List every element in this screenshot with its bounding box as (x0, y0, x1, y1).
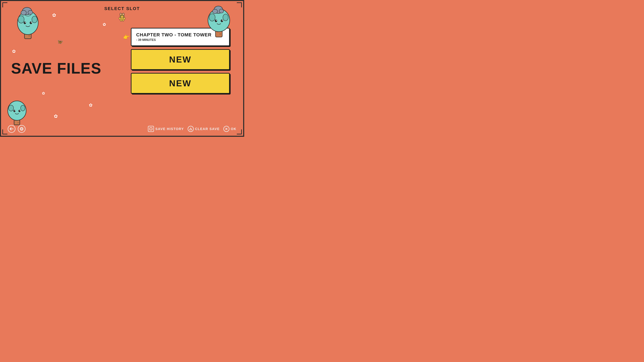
svg-point-37 (216, 20, 217, 21)
corner-tr (237, 2, 242, 7)
butterfly-decoration: 🦋 (58, 39, 63, 44)
circle-button[interactable] (18, 125, 26, 133)
svg-point-49 (18, 110, 20, 112)
slot-pointer-icon: 👉 (123, 34, 130, 40)
svg-point-6 (121, 15, 122, 16)
svg-point-4 (120, 13, 121, 15)
svg-point-36 (221, 19, 223, 22)
bottom-bar: SAVE HISTORY CLEAR SAVE (1, 125, 243, 133)
svg-point-24 (31, 22, 32, 23)
svg-point-15 (120, 19, 122, 21)
svg-point-5 (123, 13, 124, 15)
svg-point-51 (20, 110, 20, 111)
svg-point-52 (8, 105, 14, 111)
svg-point-7 (122, 15, 123, 16)
corner-tl (2, 2, 8, 7)
deco-snowflake-2: ✿ (103, 22, 106, 27)
svg-point-22 (30, 21, 32, 24)
corner-br (237, 129, 242, 134)
svg-point-48 (14, 110, 16, 112)
svg-rect-56 (150, 128, 152, 130)
character-icon (117, 12, 127, 22)
page-title: SAVE FILES (11, 60, 101, 77)
deco-snowflake-5: ✿ (89, 103, 92, 108)
deco-snowflake-4: ✿ (42, 91, 45, 95)
save-slot-3[interactable]: NEW (131, 73, 230, 94)
triangle-button-icon (188, 126, 194, 132)
cross-button-icon (224, 126, 230, 132)
svg-point-25 (18, 16, 24, 23)
corner-bl (2, 129, 8, 134)
svg-point-42 (212, 9, 218, 13)
slot-2-label: NEW (169, 55, 191, 64)
svg-point-54 (21, 128, 22, 130)
svg-point-46 (18, 122, 19, 123)
svg-point-38 (222, 20, 223, 21)
save-history-label: SAVE HISTORY (155, 127, 184, 131)
ok-action[interactable]: OK (224, 126, 236, 132)
tree-bottom-left (6, 97, 28, 126)
svg-point-21 (24, 21, 26, 24)
select-slot-header: SELECT SLOT (104, 6, 140, 22)
svg-point-40 (223, 14, 228, 21)
save-history-action[interactable]: SAVE HISTORY (148, 126, 184, 132)
svg-point-23 (25, 22, 26, 23)
svg-point-50 (14, 110, 15, 111)
bottom-left-controls (8, 125, 26, 133)
svg-point-43 (219, 9, 224, 13)
svg-point-33 (220, 33, 221, 34)
tree-top-left (14, 6, 41, 39)
slot-1-subtitle: - 39 MINUTES (136, 38, 224, 42)
select-slot-label: SELECT SLOT (104, 6, 140, 11)
clear-save-label: CLEAR SAVE (195, 127, 220, 131)
svg-point-30 (28, 10, 33, 14)
svg-point-29 (21, 10, 26, 15)
ok-label: OK (231, 127, 236, 131)
back-button[interactable] (8, 125, 16, 133)
deco-snowflake-6: ✿ (54, 113, 58, 119)
game-screen: SAVE FILES SELECT SLOT (0, 0, 244, 137)
svg-point-53 (21, 105, 25, 111)
svg-point-8 (122, 16, 122, 17)
save-slot-2[interactable]: NEW (131, 49, 230, 70)
deco-snowflake-3: ✿ (12, 49, 16, 54)
svg-point-19 (28, 35, 30, 36)
deco-snowflake-1: ✿ (52, 12, 56, 18)
tree-top-right (204, 4, 233, 38)
slot-3-label: NEW (169, 78, 191, 88)
svg-point-26 (32, 16, 37, 23)
square-button-icon (148, 126, 154, 132)
svg-point-16 (122, 19, 124, 21)
bottom-right-controls: SAVE HISTORY CLEAR SAVE (148, 126, 236, 132)
svg-point-39 (209, 14, 215, 21)
clear-save-action[interactable]: CLEAR SAVE (188, 126, 220, 132)
svg-point-35 (215, 19, 217, 22)
